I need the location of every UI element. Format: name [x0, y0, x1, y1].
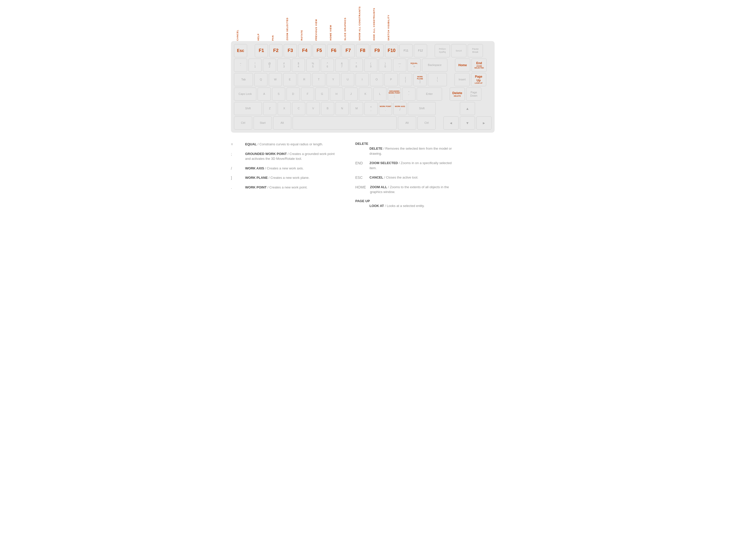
scrlk-key[interactable]: ScrLK: [451, 44, 466, 57]
bracket-open-key[interactable]: { [: [399, 73, 412, 86]
f5-key[interactable]: F5: [313, 44, 326, 57]
alt-left-key[interactable]: Alt: [273, 116, 291, 130]
n-key[interactable]: N: [335, 102, 349, 115]
fn-row: Esc F1 F2 F3 F4 F5 F6 F7 F8 F9 F10 F11 F…: [234, 44, 491, 57]
o-key[interactable]: O: [370, 73, 383, 86]
legend-right: DELETE X DELETE / Removes the selected i…: [355, 142, 459, 213]
backspace-key[interactable]: Backspace: [422, 59, 448, 72]
i-key[interactable]: I: [355, 73, 369, 86]
x-key[interactable]: X: [278, 102, 291, 115]
caps-lock-key[interactable]: Caps Lock: [234, 87, 256, 101]
f2-key[interactable]: F2: [269, 44, 282, 57]
quote-key[interactable]: " ': [402, 87, 415, 101]
tab-key[interactable]: Tab: [234, 73, 253, 86]
pause-key[interactable]: PauseBreak: [468, 44, 483, 57]
6-key[interactable]: ^ 6: [321, 59, 334, 72]
f1-key[interactable]: F1: [255, 44, 268, 57]
f9-key[interactable]: F9: [370, 44, 384, 57]
keyboard-body: Esc F1 F2 F3 F4 F5 F6 F7 F8 F9 F10 F11 F…: [231, 41, 494, 133]
q-key[interactable]: Q: [254, 73, 267, 86]
insert-key[interactable]: Insert: [455, 73, 470, 86]
r-key[interactable]: R: [298, 73, 311, 86]
keyboard-container: CANCEL HELP PAN ZOOM SELECTED ROTATE PRE…: [231, 5, 510, 213]
f6-key[interactable]: F6: [327, 44, 340, 57]
s-key[interactable]: S: [272, 87, 285, 101]
f2-top-label: PAN: [266, 5, 279, 41]
enter-key[interactable]: Enter: [417, 87, 442, 101]
m-key[interactable]: M: [350, 102, 363, 115]
f12-key[interactable]: F12: [414, 44, 427, 57]
e-key[interactable]: E: [283, 73, 296, 86]
u-key[interactable]: U: [341, 73, 354, 86]
8-key[interactable]: * 8: [350, 59, 363, 72]
ctrl-left-key[interactable]: Ctrl: [234, 116, 252, 130]
f8-key[interactable]: F8: [356, 44, 369, 57]
p-key[interactable]: P: [385, 73, 398, 86]
alt-right-key[interactable]: Alt: [398, 116, 416, 130]
space-key[interactable]: [292, 116, 397, 130]
legend-item-slash: / WORK AXIS / Creates a new work axis.: [231, 166, 335, 171]
number-row: ~ ` ! 1 @ 2 # 3 $ 4 % 5: [234, 59, 491, 72]
backslash-key[interactable]: | \: [428, 73, 447, 86]
c-key[interactable]: C: [292, 102, 305, 115]
left-arrow-key[interactable]: ◄: [443, 116, 459, 130]
f3-key[interactable]: F3: [284, 44, 297, 57]
f4-key[interactable]: F4: [298, 44, 311, 57]
7-key[interactable]: & 7: [335, 59, 348, 72]
1-key[interactable]: ! 1: [249, 59, 262, 72]
f5-top-label: PREVIOUS VIEW: [310, 5, 323, 41]
2-key[interactable]: @ 2: [263, 59, 276, 72]
t-key[interactable]: T: [312, 73, 325, 86]
f4-top-label: ROTATE: [295, 5, 308, 41]
h-key[interactable]: H: [330, 87, 343, 101]
k-key[interactable]: K: [359, 87, 372, 101]
f10-key[interactable]: F10: [385, 44, 398, 57]
down-arrow-key[interactable]: ▼: [460, 116, 475, 130]
equal-key[interactable]: EQUAL =: [408, 59, 421, 72]
page-up-key[interactable]: PageUp LOOK AT: [471, 73, 486, 86]
legend-item-pageup: PAGE UP X LOOK AT / Looks at a selected …: [355, 199, 459, 209]
0-key[interactable]: ) 0: [379, 59, 392, 72]
w-key[interactable]: W: [269, 73, 282, 86]
f11-key[interactable]: F11: [399, 44, 413, 57]
legend-item-end: END ZOOM SELECTED / Zooms in on a specif…: [355, 161, 459, 170]
slash-key[interactable]: WORK AXIS /: [393, 102, 407, 115]
y-key[interactable]: Y: [327, 73, 340, 86]
5-key[interactable]: % 5: [306, 59, 320, 72]
v-key[interactable]: V: [307, 102, 320, 115]
shift-right-key[interactable]: Shift: [408, 102, 436, 115]
delete-key[interactable]: Delete DELETE: [450, 87, 465, 101]
start-key[interactable]: Start: [254, 116, 272, 130]
shift-left-key[interactable]: Shift: [234, 102, 262, 115]
z-key[interactable]: Z: [263, 102, 276, 115]
ctrl-right-key[interactable]: Ctrl: [417, 116, 436, 130]
semicolon-key[interactable]: GROUNDEDWORK POINT ;: [388, 87, 401, 101]
d-key[interactable]: D: [286, 87, 300, 101]
period-key[interactable]: WORK POINT .: [379, 102, 392, 115]
l-key[interactable]: L: [373, 87, 387, 101]
legend-item-bracket: ] WORK PLANE / Creates a new work plane.: [231, 175, 335, 180]
f6-top-label: HOME VIEW: [324, 5, 337, 41]
esc-key[interactable]: Esc: [234, 44, 247, 57]
comma-key[interactable]: < ,: [364, 102, 378, 115]
right-arrow-key[interactable]: ►: [476, 116, 491, 130]
9-key[interactable]: ( 9: [364, 59, 377, 72]
g-key[interactable]: G: [316, 87, 329, 101]
f7-key[interactable]: F7: [342, 44, 355, 57]
tab-row: Tab Q W E R T Y U I O P { [ WORKPLANE ] …: [234, 73, 491, 86]
minus-key[interactable]: — -: [393, 59, 406, 72]
up-arrow-key[interactable]: ▲: [460, 102, 475, 115]
a-key[interactable]: A: [258, 87, 271, 101]
4-key[interactable]: $ 4: [292, 59, 305, 72]
home-key[interactable]: Home: [455, 59, 470, 72]
f-key[interactable]: F: [301, 87, 314, 101]
3-key[interactable]: # 3: [277, 59, 290, 72]
j-key[interactable]: J: [344, 87, 357, 101]
f10-top-label: SKETCH VISIBILITY: [382, 5, 395, 41]
bracket-close-key[interactable]: WORKPLANE ]: [413, 73, 426, 86]
end-key[interactable]: End ZOOMSELECTED: [471, 59, 487, 72]
tilde-key[interactable]: ~ `: [234, 59, 247, 72]
page-down-key[interactable]: PageDown: [466, 87, 481, 101]
b-key[interactable]: B: [321, 102, 334, 115]
prtscn-key[interactable]: PrtScnSysRq: [435, 44, 450, 57]
